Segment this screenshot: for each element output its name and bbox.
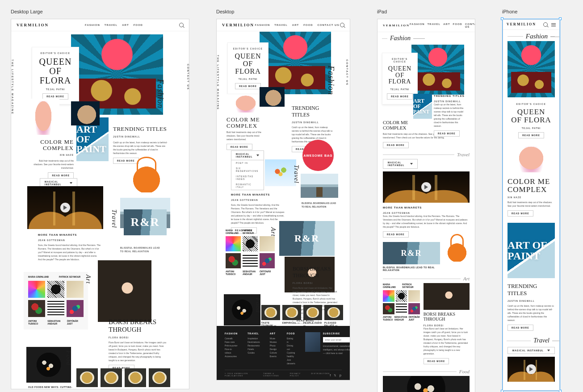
- menu-icon[interactable]: [551, 23, 556, 26]
- trending-cta[interactable]: READ MORE: [113, 158, 139, 164]
- thumb-etch[interactable]: [47, 281, 64, 298]
- section-label-fashion: Fashion: [155, 79, 165, 108]
- image-balloons: [265, 159, 296, 186]
- search-icon[interactable]: [179, 23, 184, 27]
- image-art-of-paint: ART OF PAINT: [413, 94, 432, 119]
- artboard-desktop-large: Desktop Large VERMILION FASHION TRAVEL A…: [11, 9, 189, 389]
- food-thumb-2[interactable]: [101, 368, 122, 387]
- section-label-food: Food: [254, 298, 261, 313]
- minarets-byline: JEAN GOTTESMAN: [38, 239, 101, 242]
- image-rr: R&R: [279, 221, 335, 256]
- artboard-iphone: iPhone VERMILION Fashion: [502, 9, 560, 391]
- section-label-fashion: Fashion: [326, 66, 336, 95]
- badge-awesome-bag[interactable]: AWESOME BAG: [302, 140, 334, 171]
- minarets-title: MORE THAN MINARETS: [38, 234, 101, 236]
- image-mussels: [26, 347, 71, 383]
- rr-caption: BLISSFUL BOARDWALKS LEAD TO REAL RELAXAT…: [120, 246, 160, 253]
- image-color-me-complex: [27, 99, 59, 137]
- trending-blurb: Catch up on the latest, from makeup secr…: [113, 141, 168, 155]
- top-nav: VERMILION FASHION TRAVEL ART FOOD CONTAC…: [217, 19, 350, 31]
- nav-art[interactable]: ART: [292, 24, 299, 26]
- trending-title: TRENDING TITLES: [292, 105, 335, 118]
- trending-byline: JUSTIN DINGWALL: [113, 135, 168, 138]
- image-art-of-paint: ART OF PAINT: [508, 223, 555, 278]
- artist-4[interactable]: SEBASTIAN ANDAUR: [47, 320, 64, 325]
- section-heading-fashion: Fashion: [390, 35, 411, 42]
- search-icon[interactable]: [340, 23, 344, 27]
- nav-food[interactable]: FOOD: [303, 24, 313, 26]
- hero-cta[interactable]: READ MORE: [518, 132, 544, 138]
- hero-image: [411, 45, 464, 95]
- trending-title: TRENDING TITLES: [113, 125, 168, 133]
- chevron-down-icon: [410, 163, 413, 165]
- hero-eyebrow: EDITOR'S CHOICE: [232, 47, 264, 50]
- artist-2[interactable]: PATRICK SEYMOUR: [59, 275, 84, 278]
- minarets-blurb: Sure, the Greeks found Istanbul alluring…: [38, 243, 101, 261]
- food-thumb-3[interactable]: [125, 368, 146, 387]
- thumb-canvas[interactable]: [67, 281, 84, 298]
- food-thumb-4[interactable]: [149, 368, 170, 387]
- top-nav: VERMILION FASHIONTRAVELARTFOODCONTACT US: [377, 19, 475, 32]
- thumb-candy[interactable]: [67, 300, 84, 317]
- nav-fashion[interactable]: FASHION: [255, 24, 270, 26]
- thumb-rainbow[interactable]: [28, 281, 45, 298]
- search-icon[interactable]: [543, 22, 548, 27]
- hero-eyebrow: EDITOR'S CHOICE: [37, 52, 74, 54]
- contact-vertical[interactable]: CONTACT US: [346, 59, 348, 86]
- artboard-label: Desktop Large: [11, 9, 189, 14]
- section-label-travel: Travel: [293, 165, 300, 183]
- image-mussels: [383, 376, 470, 392]
- destination-select[interactable]: MAGICAL INSTANBUL: [508, 347, 555, 354]
- nav-travel[interactable]: TRAVEL: [105, 24, 118, 26]
- food-thumb-1[interactable]: [76, 368, 98, 387]
- thumb-tomatoes[interactable]: [28, 300, 45, 317]
- destination-options[interactable]: POET IN SIX RESERVATIONS INTENSITAS INDE…: [231, 160, 264, 190]
- logo[interactable]: VERMILION: [222, 23, 254, 27]
- nav-contact[interactable]: CONTACT US: [318, 24, 340, 26]
- image-color-me-complex: [508, 145, 555, 174]
- section-heading-fashion: Fashion: [526, 33, 548, 40]
- image-istanbul: [508, 357, 555, 382]
- image-borsi: [424, 283, 470, 310]
- destination-select[interactable]: MAGICAL INSTANBUL: [231, 150, 264, 160]
- thumb-ink[interactable]: [47, 300, 64, 317]
- nav-travel[interactable]: TRAVEL: [274, 24, 288, 26]
- play-icon[interactable]: [421, 182, 431, 192]
- chevron-down-icon: [547, 350, 550, 351]
- colorme-cta[interactable]: READ MORE: [226, 144, 252, 150]
- hero-title-2: OF FLORA: [37, 67, 74, 85]
- artboard-ipad: iPad VERMILION FASHIONTRAVELARTFOODCONTA…: [377, 9, 475, 392]
- artist-3[interactable]: ANTONI TUDISCO: [28, 320, 45, 325]
- section-label-travel: Travel: [110, 209, 117, 228]
- colorme-title1: COLOR ME: [29, 139, 74, 145]
- image-pier: [301, 174, 338, 198]
- section-heading-travel: Travel: [533, 337, 549, 344]
- borsi-byline: FLORA BORSI: [109, 336, 167, 339]
- artboard-label: Desktop: [216, 9, 350, 14]
- destination-select[interactable]: MAGICAL INSTANBUL: [383, 159, 418, 169]
- facebook-icon[interactable]: f: [330, 374, 331, 377]
- subscribe-email-input[interactable]: [323, 337, 350, 342]
- top-nav: VERMILION FASHION TRAVEL ART FOOD: [11, 19, 189, 31]
- artboard-desktop: Desktop VERMILION FASHION TRAVEL ART FOO…: [216, 9, 350, 380]
- hero-cta[interactable]: READ MORE: [235, 83, 261, 89]
- image-borsi: [98, 260, 151, 322]
- contact-vertical[interactable]: CONTACT US: [187, 64, 189, 90]
- artboard-label: iPhone: [502, 9, 560, 14]
- nav-food[interactable]: FOOD: [134, 24, 143, 26]
- logo[interactable]: VERMILION: [17, 23, 49, 27]
- play-icon[interactable]: [60, 203, 70, 213]
- image-face: [260, 87, 285, 107]
- artist-5[interactable]: ÖRTÓNÁR JUST: [67, 320, 84, 325]
- play-icon[interactable]: [526, 364, 536, 374]
- image-face: [71, 101, 100, 125]
- hero-cta[interactable]: READ MORE: [387, 93, 413, 100]
- pinterest-icon[interactable]: p: [340, 374, 342, 377]
- nav-art[interactable]: ART: [122, 24, 129, 26]
- artist-1[interactable]: MARIA GRØNLUND: [28, 275, 53, 278]
- nav-fashion[interactable]: FASHION: [85, 24, 100, 26]
- image-awesome-bag: [446, 242, 468, 262]
- colorme-title2: COMPLEX: [29, 145, 74, 151]
- twitter-icon[interactable]: 𝕏: [334, 374, 337, 377]
- hero-title-1: QUEEN: [37, 57, 74, 67]
